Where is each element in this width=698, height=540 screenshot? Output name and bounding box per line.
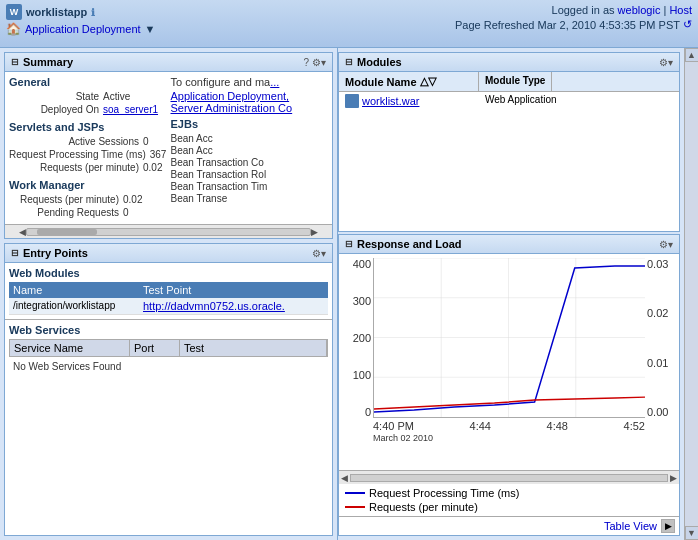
wm-pending-value: 0 xyxy=(123,207,129,218)
y-300: 300 xyxy=(345,295,371,307)
wm-requests-value: 0.02 xyxy=(123,194,142,205)
test-point-link[interactable]: http://dadvmn0752.us.oracle. xyxy=(143,300,285,312)
y-0.00: 0.00 xyxy=(647,406,673,418)
summary-scrollbar[interactable]: ◀ ▶ xyxy=(5,224,332,238)
right-scrollbar: ▲ ▼ xyxy=(684,48,698,540)
scroll-left-btn[interactable]: ◀ xyxy=(19,227,26,237)
summary-header-icons: ? ⚙▾ xyxy=(303,57,326,68)
module-name-col-header: Module Name △▽ xyxy=(339,72,479,91)
ejb-row-2: Bean Acc xyxy=(171,145,329,156)
ejbs-title: EJBs xyxy=(171,118,329,130)
modules-panel: ⊟ Modules ⚙▾ Module Name △▽ Module Type xyxy=(338,52,680,232)
wm-requests-row: Requests (per minute) 0.02 xyxy=(9,194,167,205)
summary-info-icon[interactable]: ? xyxy=(303,57,309,68)
chart-scroll-right[interactable]: ▶ xyxy=(670,473,677,483)
ejb-row-6: Bean Transe xyxy=(171,193,329,204)
sort-icons[interactable]: △▽ xyxy=(420,75,436,88)
refresh-icon[interactable]: ↺ xyxy=(683,18,692,31)
modules-header-icons: ⚙▾ xyxy=(659,57,673,68)
chart-plot xyxy=(373,258,645,418)
entry-collapse-icon[interactable]: ⊟ xyxy=(11,248,19,258)
summary-body: General State Active Deployed On soa_ser… xyxy=(5,72,332,224)
requests-per-min-row: Requests (per minute) 0.02 xyxy=(9,162,167,173)
app-subtitle: 🏠 Application Deployment ▼ xyxy=(6,22,155,36)
modules-col-headers: Module Name △▽ Module Type xyxy=(339,72,679,92)
chart-scroll-left[interactable]: ◀ xyxy=(341,473,348,483)
left-panel: ⊟ Summary ? ⚙▾ General State Active xyxy=(0,48,338,540)
active-sessions-label: Active Sessions xyxy=(9,136,139,147)
summary-right-col: To configure and ma... Application Deplo… xyxy=(171,76,329,220)
response-collapse-icon[interactable]: ⊟ xyxy=(345,239,353,249)
logged-in-label: Logged in as xyxy=(552,4,615,16)
y-0.03: 0.03 xyxy=(647,258,673,270)
servlets-title: Servlets and JSPs xyxy=(9,121,167,133)
legend-red: Requests (per minute) xyxy=(345,501,673,513)
entry-title-row: ⊟ Entry Points xyxy=(11,247,88,259)
deployed-value[interactable]: soa_server1 xyxy=(103,104,158,115)
web-services-title: Web Services xyxy=(9,324,328,336)
scroll-up-btn[interactable]: ▲ xyxy=(685,48,699,62)
chart-scroll-track[interactable] xyxy=(350,474,668,482)
response-gear-icon[interactable]: ⚙▾ xyxy=(659,239,673,250)
response-title: Response and Load xyxy=(357,238,462,250)
web-modules-header: Name Test Point xyxy=(9,282,328,298)
legend-blue: Request Processing Time (ms) xyxy=(345,487,673,499)
nav-arrow[interactable]: ▼ xyxy=(145,23,156,35)
app-deployment-link: Application Deployment, xyxy=(171,90,329,102)
module-name-cell: /integration/worklistapp xyxy=(9,298,139,314)
x-448: 4:48 xyxy=(547,420,568,432)
top-right: Logged in as weblogic | Host Page Refres… xyxy=(455,4,692,31)
module-name-link[interactable]: worklist.war xyxy=(362,95,419,107)
configure-link[interactable]: ... xyxy=(270,76,279,88)
y-axis-left: 400 300 200 100 0 xyxy=(343,258,373,418)
y-0.02: 0.02 xyxy=(647,307,673,319)
servlets-section: Servlets and JSPs Active Sessions 0 Requ… xyxy=(9,121,167,173)
username-link[interactable]: weblogic xyxy=(618,4,661,16)
srv-admin-link[interactable]: Server Administration Co xyxy=(171,102,293,114)
configure-text: To configure and ma... xyxy=(171,76,329,88)
summary-left-col: General State Active Deployed On soa_ser… xyxy=(9,76,167,220)
host-link[interactable]: Host xyxy=(669,4,692,16)
y-0: 0 xyxy=(345,406,371,418)
modules-title: Modules xyxy=(357,56,402,68)
y-200: 200 xyxy=(345,332,371,344)
x-axis-labels: 4:40 PM 4:44 4:48 4:52 xyxy=(373,420,645,432)
entry-points-header: ⊟ Entry Points ⚙▾ xyxy=(5,244,332,263)
legend-red-line xyxy=(345,506,365,508)
modules-header-bar: ⊟ Modules ⚙▾ xyxy=(339,53,679,72)
table-view-button[interactable]: Table View xyxy=(604,520,657,532)
y-100: 100 xyxy=(345,369,371,381)
ejb-row-4: Bean Transaction Rol xyxy=(171,169,329,180)
nav-label[interactable]: Application Deployment xyxy=(25,23,141,35)
chart-area: 400 300 200 100 0 xyxy=(339,254,679,470)
web-modules-title: Web Modules xyxy=(9,267,328,279)
scroll-right-btn[interactable]: ▶ xyxy=(311,227,318,237)
scroll-track[interactable] xyxy=(26,228,311,236)
response-header-bar: ⊟ Response and Load ⚙▾ xyxy=(339,235,679,254)
state-label: State xyxy=(9,91,99,102)
entry-gear-icon[interactable]: ⚙▾ xyxy=(312,248,326,259)
module-war-icon xyxy=(345,94,359,108)
app-name: worklistapp xyxy=(26,6,87,18)
y-400: 400 xyxy=(345,258,371,270)
top-left: W worklistapp ℹ 🏠 Application Deployment… xyxy=(6,4,155,36)
info-icon[interactable]: ℹ xyxy=(91,7,95,18)
entry-points-panel: ⊟ Entry Points ⚙▾ Web Modules Name Test … xyxy=(4,243,333,536)
modules-collapse-icon[interactable]: ⊟ xyxy=(345,57,353,67)
web-services-section: Web Services Service Name Port Test No W… xyxy=(5,319,332,380)
scroll-down-btn[interactable]: ▼ xyxy=(685,526,699,540)
response-header-icons: ⚙▾ xyxy=(659,239,673,250)
summary-gear-icon[interactable]: ⚙▾ xyxy=(312,57,326,68)
y-axis-right: 0.03 0.02 0.01 0.00 xyxy=(645,258,675,418)
legend-blue-label: Request Processing Time (ms) xyxy=(369,487,519,499)
requests-per-min-label: Requests (per minute) xyxy=(9,162,139,173)
modules-gear-icon[interactable]: ⚙▾ xyxy=(659,57,673,68)
work-manager-section: Work Manager Requests (per minute) 0.02 … xyxy=(9,179,167,218)
module-testpoint-cell: http://dadvmn0752.us.oracle. xyxy=(139,298,328,314)
refresh-row: Page Refreshed Mar 2, 2010 4:53:35 PM PS… xyxy=(455,18,692,31)
top-bar: W worklistapp ℹ 🏠 Application Deployment… xyxy=(0,0,698,48)
expand-right-btn[interactable]: ▶ xyxy=(661,519,675,533)
chart-scrollbar[interactable]: ◀ ▶ xyxy=(339,470,679,484)
app-dep-link[interactable]: Application Deployment, xyxy=(171,90,290,102)
summary-collapse-icon[interactable]: ⊟ xyxy=(11,57,19,67)
